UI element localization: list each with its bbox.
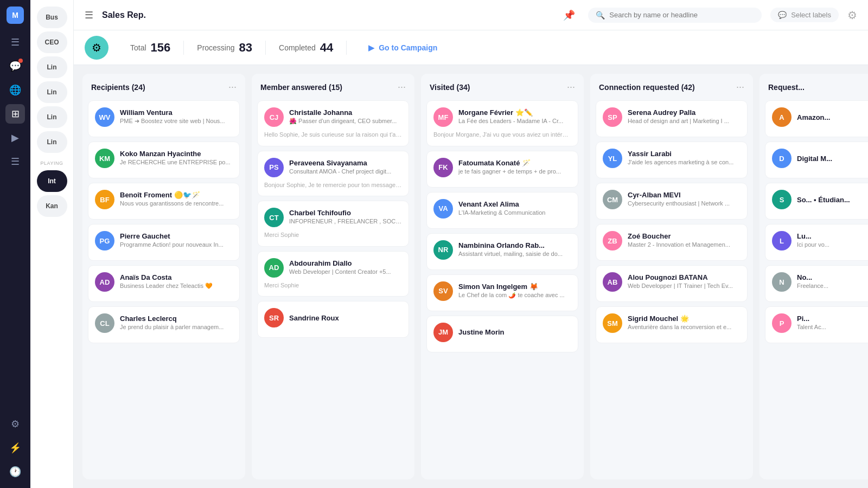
campaign-icon: ▶ xyxy=(368,43,374,52)
avatar: ZB xyxy=(603,231,622,251)
list-item[interactable]: ADAbdourahim DialloWeb Developer | Conte… xyxy=(257,251,409,297)
avatar: CJ xyxy=(264,107,284,127)
avatar: KM xyxy=(95,149,114,168)
list-item[interactable]: PSPeraveena SivayanamaConsultant AMOA - … xyxy=(257,151,409,197)
list-item[interactable]: ADAnaïs Da CostaBusiness Leader chez Tel… xyxy=(88,265,240,302)
col-header-recipients: Recipients (24)··· xyxy=(82,74,245,98)
card-name: Pi... xyxy=(797,314,868,323)
avatar: AD xyxy=(264,258,284,278)
list-item[interactable]: SVSimon Van Ingelgem 🦊Le Chef de la com … xyxy=(426,274,578,311)
nav-lin-3[interactable]: Lin xyxy=(37,106,67,128)
nav-ceo[interactable]: CEO xyxy=(37,31,67,53)
avatar: FK xyxy=(433,158,453,177)
list-item[interactable]: SRSandrine Roux xyxy=(257,301,409,338)
completed-label: Completed xyxy=(279,43,316,52)
list-item[interactable]: NRNambinina Orlando Rab...Assistant virt… xyxy=(426,233,578,270)
nav-kan[interactable]: Kan xyxy=(37,195,67,217)
list-item[interactable]: LLu...Ici pour vo... xyxy=(765,224,868,261)
campaign-button[interactable]: ▶ Go to Campaign xyxy=(360,39,446,56)
sidebar-filter-icon[interactable]: ⚡ xyxy=(5,438,25,458)
card-name: Anaïs Da Costa xyxy=(120,273,233,281)
list-item[interactable]: JMJustine Morin xyxy=(426,316,578,352)
list-item[interactable]: CTCharbel TchifoufioINFOPRENEUR , FREELA… xyxy=(257,201,409,247)
card-subtitle: J'aide les agences marketing à se con... xyxy=(628,158,741,166)
card-subtitle: 🌺 Passer d'un dirigeant, CEO submer... xyxy=(289,117,402,125)
list-item[interactable]: WVWilliam VenturaPME ➜ Boostez votre sit… xyxy=(88,100,240,137)
app-logo[interactable]: M xyxy=(7,7,24,24)
col-more-recipients[interactable]: ··· xyxy=(228,81,237,93)
pin-icon[interactable]: 📌 xyxy=(563,9,575,21)
avatar: CT xyxy=(264,208,284,227)
list-item[interactable]: PGPierre GauchetProgramme Action! pour n… xyxy=(88,224,240,261)
list-item[interactable]: ABAlou Pougnozi BATANAWeb Developper | I… xyxy=(596,265,748,302)
list-item[interactable]: CMCyr-Alban MEVICybersecurity enthousias… xyxy=(596,183,748,220)
card-subtitle: La Fée des Leaders - Madame IA - Cr... xyxy=(458,117,571,125)
total-value: 156 xyxy=(151,41,171,55)
list-item[interactable]: AAmazon... xyxy=(765,100,868,137)
nav-lin-1[interactable]: Lin xyxy=(37,56,67,78)
sidebar-menu-icon[interactable]: ☰ xyxy=(5,33,25,52)
avatar: D xyxy=(772,149,792,168)
avatar: PS xyxy=(264,158,284,177)
list-item[interactable]: MFMorgane Février ⭐✏️La Fée des Leaders … xyxy=(426,100,578,146)
kanban-col-recipients: Recipients (24)···WVWilliam VenturaPME ➜… xyxy=(82,74,245,479)
col-cards-request_partial: AAmazon...DDigital M...SSo... • Étudian.… xyxy=(760,98,868,479)
avatar: L xyxy=(772,231,792,251)
total-label: Total xyxy=(130,43,146,52)
sidebar-list-icon[interactable]: ☰ xyxy=(5,152,25,171)
list-item[interactable]: SPSerena Audrey PallaHead of design and … xyxy=(596,100,748,137)
avatar: AB xyxy=(603,272,622,292)
sidebar-settings-icon[interactable]: ⚙ xyxy=(5,414,25,434)
list-item[interactable]: VAVenant Axel AlimaL'IA-Marketing & Comm… xyxy=(426,192,578,229)
kanban-col-visited: Visited (34)···MFMorgane Février ⭐✏️La F… xyxy=(421,74,584,479)
list-item[interactable]: YLYassir LarabiJ'aide les agences market… xyxy=(596,142,748,178)
card-subtitle: Head of design and art | Marketing I ... xyxy=(628,117,741,125)
list-item[interactable]: PPi...Talent Ac... xyxy=(765,306,868,343)
avatar: S xyxy=(772,190,792,209)
card-subtitle: Assistant virtuel, mailing, saisie de do… xyxy=(458,250,571,258)
list-item[interactable]: NNo...Freelance... xyxy=(765,265,868,302)
label-filter[interactable]: 💬 Select labels xyxy=(770,8,839,22)
card-name: Cyr-Alban MEVI xyxy=(628,191,741,199)
list-item[interactable]: DDigital M... xyxy=(765,142,868,178)
col-more-visited[interactable]: ··· xyxy=(567,81,575,93)
hamburger-icon[interactable]: ☰ xyxy=(85,9,93,21)
sidebar-globe-icon[interactable]: 🌐 xyxy=(5,80,25,100)
card-name: Charles Leclercq xyxy=(120,314,233,323)
nav-bus[interactable]: Bus xyxy=(37,7,67,28)
card-name: William Ventura xyxy=(120,108,233,117)
sidebar-grid-icon[interactable]: ⊞ xyxy=(5,104,25,124)
list-item[interactable]: SMSigrid Mouchel 🌟Aventurière dans la re… xyxy=(596,306,748,343)
nav-lin-4[interactable]: Lin xyxy=(37,131,67,153)
settings-icon[interactable]: ⚙ xyxy=(847,9,857,22)
list-item[interactable]: CJChristalle Johanna🌺 Passer d'un dirige… xyxy=(257,100,409,146)
left-sidebar: M ☰ 💬 🌐 ⊞ ▶ ☰ ⚙ ⚡ 🕐 xyxy=(0,0,30,488)
list-item[interactable]: BFBenoît Froment 🟡🐦🪄Nous vous garantisso… xyxy=(88,183,240,220)
nav-int[interactable]: Int xyxy=(37,170,67,192)
kanban-col-member_answered: Member answered (15)···CJChristalle Joha… xyxy=(252,74,414,479)
col-more-member_answered[interactable]: ··· xyxy=(398,81,406,93)
stats-gear-icon[interactable]: ⚙ xyxy=(85,36,108,60)
col-more-connection_requested[interactable]: ··· xyxy=(736,81,744,93)
col-header-connection_requested: Connection requested (42)··· xyxy=(590,74,753,98)
list-item[interactable]: FKFatoumata Konaté 🪄je te fais gagner + … xyxy=(426,151,578,188)
avatar: SR xyxy=(264,308,284,328)
list-item[interactable]: ZBZoé BoucherMaster 2 - Innovation et Ma… xyxy=(596,224,748,261)
sidebar-notification-icon[interactable]: 💬 xyxy=(5,56,25,76)
list-item[interactable]: SSo... • Étudian... xyxy=(765,183,868,220)
list-item[interactable]: CLCharles LeclercqJe prend du plaisir à … xyxy=(88,306,240,343)
nav-lin-2[interactable]: Lin xyxy=(37,81,67,103)
card-subtitle: PME ➜ Boostez votre site web | Nous... xyxy=(120,117,233,125)
list-item[interactable]: KMKoko Manzan HyacintheJe RECHERCHE une … xyxy=(88,142,240,178)
card-name: Koko Manzan Hyacinthe xyxy=(120,150,233,158)
card-name: So... • Étudian... xyxy=(797,196,868,204)
avatar: CL xyxy=(95,313,114,333)
col-title-member_answered: Member answered (15) xyxy=(260,83,342,92)
card-name: Pierre Gauchet xyxy=(120,232,233,240)
sidebar-play-icon[interactable]: ▶ xyxy=(5,128,25,147)
sidebar-clock-icon[interactable]: 🕐 xyxy=(5,462,25,481)
completed-value: 44 xyxy=(320,41,333,55)
kanban-board: Recipients (24)···WVWilliam VenturaPME ➜… xyxy=(74,65,868,488)
card-message: Merci Sophie xyxy=(264,281,402,290)
search-input[interactable] xyxy=(609,11,754,19)
